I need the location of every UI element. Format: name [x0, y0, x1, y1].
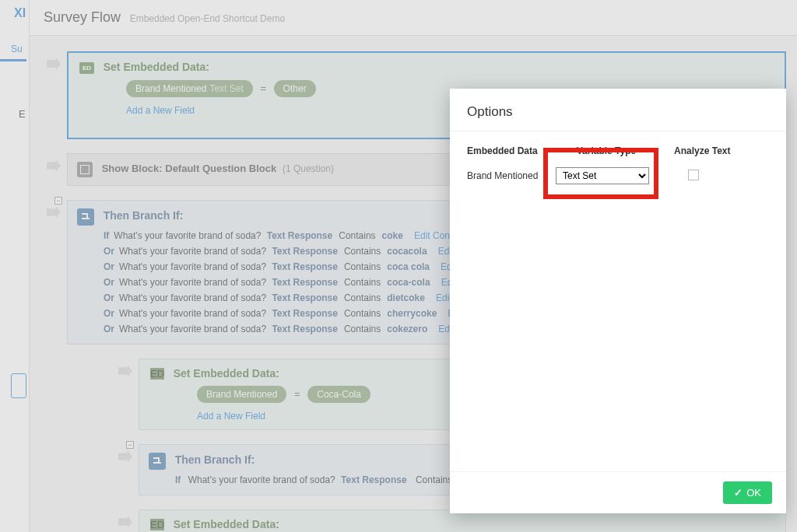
tab-survey[interactable]: Su: [0, 20, 26, 61]
condition-operator: Contains: [344, 324, 381, 334]
branch-icon: [77, 208, 94, 226]
left-sidebar: XI Su E: [0, 0, 30, 532]
condition-keyword: Or: [104, 277, 114, 288]
condition-keyword: Or: [104, 324, 114, 334]
app-logo: XI: [0, 0, 29, 20]
condition-operator: Contains: [339, 230, 375, 241]
condition-keyword: Or: [104, 246, 114, 257]
embedded-data-icon: ED: [79, 62, 94, 74]
flow-arrow-icon: [118, 516, 132, 528]
condition-keyword: Or: [104, 261, 114, 272]
block-title: Set Embedded Data:: [174, 518, 279, 530]
analyze-text-checkbox[interactable]: [688, 170, 699, 180]
ed-field-type: Text Set: [209, 83, 243, 94]
branch-title: Then Branch If:: [104, 209, 184, 222]
condition-response-type: Text Response: [267, 230, 332, 241]
condition-response-type: Text Response: [272, 277, 337, 288]
sidebar-action-button[interactable]: [11, 373, 26, 398]
column-header-analyze-text: Analyze Text: [674, 145, 730, 156]
equals-label: =: [294, 388, 300, 400]
condition-value: cokezero: [387, 324, 427, 334]
condition-question: What's your favorite brand of soda?: [119, 261, 266, 272]
condition-operator: Contains: [344, 308, 381, 319]
condition-value: cocacola: [387, 246, 427, 257]
collapse-toggle[interactable]: −: [126, 441, 134, 449]
condition-question: What's your favorite brand of soda?: [119, 324, 266, 334]
condition-question: What's your favorite brand of soda?: [114, 230, 261, 241]
condition-response-type: Text Response: [272, 292, 337, 303]
branch-icon: [149, 453, 166, 470]
page-title: Survey Flow: [44, 9, 121, 26]
ed-value-pill[interactable]: Coca-Cola: [307, 386, 370, 403]
condition-operator: Contains: [416, 474, 452, 485]
ed-field-name: Brand Mentioned: [135, 83, 206, 94]
condition-response-type: Text Response: [272, 261, 337, 272]
condition-response-type: Text Response: [272, 308, 337, 319]
condition-keyword: Or: [104, 292, 114, 303]
variable-type-select[interactable]: Text Set: [556, 167, 649, 184]
sidebar-item[interactable]: E: [19, 108, 29, 120]
page-header: Survey Flow Embedded Open-End Shortcut D…: [30, 0, 797, 36]
flow-arrow-icon: [47, 159, 61, 172]
condition-question: What's your favorite brand of soda?: [188, 474, 335, 485]
condition-question: What's your favorite brand of soda?: [119, 277, 266, 288]
condition-response-type: Text Response: [272, 246, 337, 257]
condition-operator: Contains: [344, 246, 381, 257]
condition-response-type: Text Response: [341, 474, 406, 485]
ed-name-label: Brand Mentioned: [467, 170, 539, 181]
column-header-variable-type: Variable Type: [556, 145, 657, 156]
show-block-title: Show Block: Default Question Block: [102, 163, 277, 174]
condition-value: coca cola: [387, 261, 430, 272]
page-subtitle: Embedded Open-End Shortcut Demo: [130, 13, 285, 24]
ed-field-pill[interactable]: Brand MentionedText Set: [126, 80, 253, 97]
flow-arrow-icon: [118, 365, 132, 377]
collapse-toggle[interactable]: −: [54, 197, 62, 205]
condition-response-type: Text Response: [272, 324, 337, 334]
condition-value: coca-cola: [387, 277, 430, 288]
add-field-link[interactable]: Add a New Field: [126, 105, 195, 116]
condition-value: dietcoke: [387, 292, 425, 303]
condition-keyword: If: [175, 474, 181, 485]
flow-arrow-icon: [47, 206, 61, 219]
show-block-count: (1 Question): [283, 163, 334, 174]
condition-operator: Contains: [344, 261, 381, 272]
ed-field-pill[interactable]: Brand Mentioned: [197, 386, 286, 403]
flow-arrow-icon: [47, 58, 61, 70]
modal-title: Options: [450, 89, 786, 131]
block-icon: [77, 162, 93, 177]
condition-question: What's your favorite brand of soda?: [119, 246, 266, 257]
condition-keyword: Or: [104, 308, 114, 319]
condition-operator: Contains: [344, 277, 381, 288]
flow-arrow-icon: [118, 450, 132, 463]
equals-label: =: [260, 82, 266, 94]
options-modal: Options Embedded Data Variable Type Anal…: [450, 89, 786, 513]
ed-value-pill[interactable]: Other: [274, 80, 316, 97]
condition-operator: Contains: [344, 292, 381, 303]
condition-keyword: If: [104, 230, 109, 241]
branch-title: Then Branch If:: [175, 453, 255, 466]
block-title: Set Embedded Data:: [174, 367, 279, 380]
embedded-data-icon: ED: [150, 368, 164, 380]
embedded-data-icon: ED: [150, 519, 164, 530]
condition-question: What's your favorite brand of soda?: [119, 292, 266, 303]
condition-question: What's your favorite brand of soda?: [119, 308, 266, 319]
condition-value: cherrycoke: [387, 308, 437, 319]
condition-value: coke: [382, 230, 403, 241]
column-header-embedded-data: Embedded Data: [467, 145, 539, 156]
block-title: Set Embedded Data:: [104, 61, 209, 73]
add-field-link[interactable]: Add a New Field: [197, 411, 265, 422]
ok-button[interactable]: OK: [723, 481, 772, 504]
